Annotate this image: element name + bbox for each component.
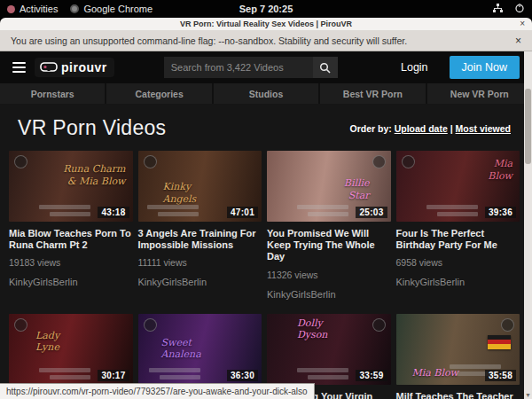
order-most-viewed-link[interactable]: Most viewed [456,123,511,134]
studio-link[interactable]: KinkyGirlsBerlin [9,277,133,287]
system-clock[interactable]: Sep 7 20:25 [239,4,293,14]
nav-item-categories[interactable]: Categories [106,83,211,104]
thumbnail-caption-bar [149,368,200,372]
logo-text: pirouvr [61,60,107,74]
video-title-link[interactable]: You Promised We Will Keep Trying The Who… [267,228,391,263]
thumbnail-overlay-title: Kinky Angels [163,181,197,206]
video-thumbnail[interactable]: Mia Blow 35:58 [396,314,520,385]
thumbnail-overlay-title: Mia Blow [412,367,458,379]
video-thumbnail[interactable]: Lady Lyne 30:17 [9,314,133,385]
site-logo[interactable]: pirouvr [35,58,114,77]
order-separator: | [450,123,453,134]
video-title-link[interactable]: Four Is The Perfect Birthday Party For M… [396,228,520,251]
order-by-label: Order by: [349,123,391,134]
scrollbar-down-arrow-icon[interactable]: ▼ [524,392,532,398]
view-count: 6958 views [396,257,520,268]
video-thumbnail[interactable]: Mia Blow 39:36 [396,151,520,222]
activities-button[interactable]: Activities [7,4,58,14]
window-title-bar: VR Porn: Virtual Reality Sex Videos | Pi… [0,18,532,30]
studio-watermark-icon [14,155,27,168]
order-upload-date-link[interactable]: Upload date [395,123,448,134]
video-card: Kinky Angels 47:01 3 Angels Are Training… [138,151,262,300]
video-card: Billie Star 25:03 You Promised We Will K… [267,151,391,300]
thumbnail-overlay-title: Runa Charm & Mia Blow [63,163,125,188]
chrome-infobar: You are using an unsupported command-lin… [0,30,532,51]
nav-item-new-vr-porn[interactable]: New VR Porn [427,83,532,104]
video-thumbnail[interactable]: Dolly Dyson 33:59 [267,314,391,385]
video-title-link[interactable]: 3 Angels Are Training For Impossible Mis… [138,228,262,251]
video-card: Runa Charm & Mia Blow 43:18 Mia Blow Tea… [9,151,133,300]
main-nav: Pornstars Categories Studios Best VR Por… [0,83,532,104]
page-title: VR Porn Videos [18,116,166,140]
search-button[interactable] [313,57,338,78]
studio-watermark-icon [402,155,415,168]
nav-item-studios[interactable]: Studios [214,83,318,104]
scrollbar-thumb[interactable] [525,89,531,164]
thumbnail-caption-bar [39,368,90,372]
network-icon[interactable] [492,3,504,15]
video-card: Mia Blow 39:36 Four Is The Perfect Birth… [396,151,520,300]
window-title: VR Porn: Virtual Reality Sex Videos | Pi… [180,20,352,28]
vr-goggles-icon [40,62,58,73]
search-input[interactable] [164,57,313,78]
duration-badge: 33:59 [356,370,387,381]
thumbnail-caption-bar [158,212,199,216]
thumbnail-overlay-title: Sweet Analena [161,337,201,362]
video-title-link[interactable]: Milf Teaches The Teacher Some Practical … [396,391,520,399]
thumbnail-overlay-title: Lady Lyne [35,330,59,355]
duration-badge: 39:36 [485,207,516,218]
view-count: 11111 views [138,257,262,268]
order-by-controls: Order by: Upload date | Most viewed [349,123,514,134]
studio-watermark-icon [372,155,386,168]
thumbnail-caption-bar [160,375,200,379]
duration-badge: 36:30 [227,370,258,381]
thumbnail-caption-bar [297,368,348,372]
thumbnail-caption-bar [450,364,501,369]
duration-badge: 30:17 [98,370,129,381]
view-count: 19183 views [9,257,133,268]
window-close-icon[interactable]: × [520,20,525,28]
thumbnail-caption-bar [39,205,90,209]
power-icon[interactable] [514,3,525,15]
login-link[interactable]: Login [401,61,428,74]
hamburger-menu-icon[interactable] [12,62,26,73]
infobar-message: You are using an unsupported command-lin… [11,35,407,46]
video-grid: Runa Charm & Mia Blow 43:18 Mia Blow Tea… [0,149,532,399]
browser-viewport: pirouvr Login Join Now Pornstars Categor… [0,51,532,399]
studio-link[interactable]: KinkyGirlsBerlin [138,277,262,287]
video-thumbnail[interactable]: Billie Star 25:03 [267,151,391,222]
video-title-link[interactable]: Mia Blow Teaches Porn To Runa Charm Pt 2 [9,228,133,251]
thumbnail-caption-bar [50,375,90,379]
video-thumbnail[interactable]: Sweet Analena 36:30 [138,314,262,385]
app-menu-button[interactable]: Google Chrome [70,4,153,14]
studio-watermark-icon [144,318,157,332]
video-card: Mia Blow 35:58 Milf Teaches The Teacher … [396,314,520,399]
studio-watermark-icon [501,318,514,332]
studio-watermark-icon [14,318,27,332]
studio-watermark-icon [144,155,157,168]
thumbnail-overlay-title: Mia Blow [488,158,512,183]
video-thumbnail[interactable]: Kinky Angels 47:01 [138,151,262,222]
infobar-close-icon[interactable]: × [515,35,521,47]
search-icon [319,62,331,74]
duration-badge: 25:03 [356,207,387,218]
thumbnail-overlay-title: Billie Star [344,177,370,202]
nav-item-pornstars[interactable]: Pornstars [0,83,105,104]
video-thumbnail[interactable]: Runa Charm & Mia Blow 43:18 [9,151,133,222]
status-url-tooltip: https://pirouvr.com/vr-porn-video/779325… [0,383,315,399]
duration-badge: 43:18 [98,207,129,218]
activities-icon [7,5,15,13]
thumbnail-caption-bar [50,212,90,216]
thumbnail-caption-bar [437,212,478,216]
studio-link[interactable]: KinkyGirlsBerlin [267,289,391,300]
view-count: 11326 views [267,270,391,280]
nav-item-best-vr-porn[interactable]: Best VR Porn [320,83,425,104]
studio-link[interactable]: KinkyGirlsBerlin [396,277,520,287]
site-header: pirouvr Login Join Now [0,51,532,83]
studio-watermark-icon [372,318,386,332]
thumbnail-caption-bar [147,205,199,209]
thumbnail-caption-bar [308,375,348,379]
vertical-scrollbar[interactable]: ▼ [524,51,532,399]
join-now-button[interactable]: Join Now [450,56,520,79]
search-bar [164,57,338,78]
